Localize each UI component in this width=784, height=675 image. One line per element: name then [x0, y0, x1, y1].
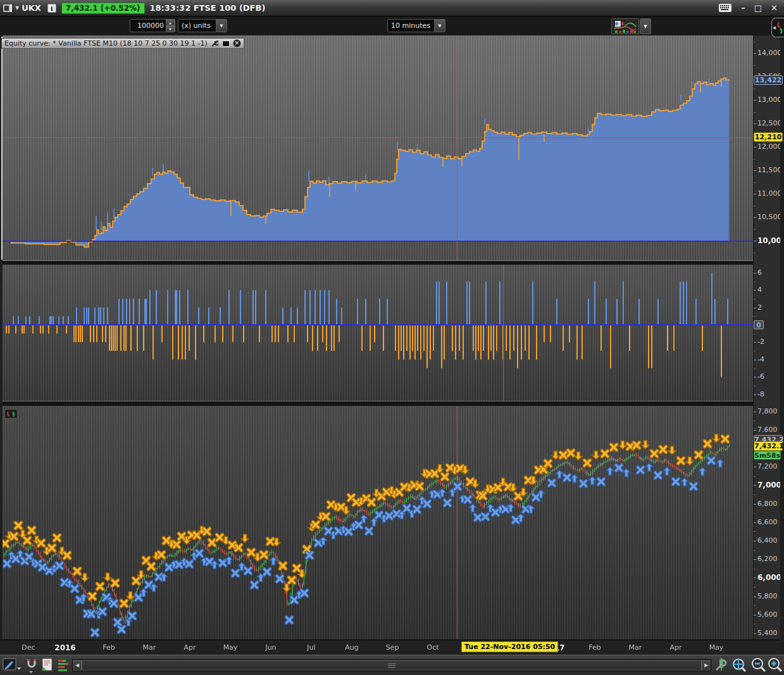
settings-wrench-icon[interactable]	[211, 39, 219, 47]
window-title: 18:33:32 FTSE 100 (DFB)	[150, 3, 266, 13]
y-axis-tick	[754, 522, 756, 523]
price-axis[interactable]: 14,00013,50013,00012,50012,00011,50011,0…	[753, 35, 780, 640]
scroll-left-button[interactable]: ◀	[73, 660, 82, 671]
y-axis-tick	[754, 100, 756, 101]
y-axis-minor-tick	[754, 624, 756, 624]
side-tab-caret: ◀	[773, 25, 776, 30]
y-axis-minor-tick	[754, 229, 756, 230]
y-tick-label: 6	[757, 269, 762, 277]
y-axis-tick	[754, 147, 756, 148]
y-axis-tick	[754, 430, 756, 431]
timeframe-select[interactable]: 10 minutes ▼	[387, 19, 445, 32]
time-axis-month-label: Jun	[253, 643, 289, 652]
timeframe-value: 10 minutes	[388, 22, 434, 30]
y-axis-minor-tick	[754, 42, 756, 42]
y-axis-minor-tick	[754, 550, 756, 551]
y-tick-label: -4	[757, 356, 764, 363]
y-tick-label: 7,000	[757, 481, 781, 489]
y-tick-label: 14,000	[757, 49, 782, 57]
side-panel-tab[interactable]: ◀	[771, 18, 784, 37]
y-axis-tick	[754, 342, 756, 343]
cursor-date-label: Tue 22-Nov-2016 05:50	[461, 641, 558, 652]
y-axis-tick	[754, 596, 756, 597]
y-tick-label: 10,500	[757, 213, 782, 221]
y-tick-label: 2	[757, 304, 762, 312]
magnet-mode-button[interactable]	[24, 657, 39, 675]
trade-histogram-panel[interactable]	[3, 265, 753, 401]
y-tick-label: 6,400	[757, 537, 778, 545]
equity-curve-chart[interactable]	[3, 36, 753, 261]
y-tick-label: 6,000	[757, 574, 781, 581]
close-button[interactable]: ✕	[771, 3, 778, 13]
y-axis-minor-tick	[754, 206, 756, 206]
y-axis-tick	[754, 541, 756, 541]
y-axis-minor-tick	[754, 420, 756, 421]
quantity-value[interactable]: 100000	[130, 22, 166, 30]
zoom-out-button[interactable]	[750, 657, 767, 675]
y-axis-minor-tick	[754, 386, 756, 386]
y-axis-minor-tick	[754, 605, 756, 606]
units-caret[interactable]: ▼	[216, 20, 227, 32]
panel-separator[interactable]	[0, 260, 753, 265]
notes-button[interactable]	[40, 657, 54, 675]
zoom-in-button[interactable]	[767, 657, 783, 675]
scrollbar-thumb[interactable]	[82, 660, 702, 671]
collapse-icon[interactable]	[222, 41, 230, 47]
info-icon[interactable]: i	[47, 4, 56, 13]
time-scrollbar[interactable]: ◀ ▶	[72, 659, 711, 671]
y-axis-tick	[754, 394, 756, 395]
time-axis-month-label: Dec	[11, 643, 46, 652]
time-axis-month-label: Apr	[172, 643, 208, 652]
price-panel[interactable]	[3, 406, 753, 640]
y-tick-label: 7,600	[757, 426, 778, 434]
time-axis[interactable]: Tue 22-Nov-2016 05:50 Dec2016FebMarAprMa…	[0, 640, 780, 655]
app-icon	[3, 4, 13, 13]
trade-arrows-icon[interactable]	[4, 409, 18, 419]
time-axis-month-label: Feb	[577, 643, 613, 652]
y-axis-tick	[754, 577, 756, 578]
maximize-button[interactable]: □	[754, 3, 762, 13]
indicator-dropdown-caret[interactable]: ▼	[640, 18, 651, 34]
y-axis-tick	[754, 241, 756, 241]
y-tick-label: 13,000	[757, 96, 782, 104]
y-axis-tick	[754, 217, 756, 218]
instrument-dropdown-caret[interactable]: ▼	[15, 5, 19, 11]
time-axis-month-label: Mar	[618, 643, 653, 652]
chart-settings-button[interactable]	[714, 657, 729, 675]
price-last-badge: 7,432.1	[754, 441, 783, 451]
units-select[interactable]: (x) units ▼	[178, 19, 227, 32]
time-axis-year-label: 2016	[47, 643, 83, 652]
quote-badge: 7,432.1 (+0.52%)	[61, 3, 145, 14]
indicator-button[interactable]	[611, 18, 639, 34]
y-axis-minor-tick	[754, 282, 756, 282]
close-panel-icon[interactable]: ✕	[233, 39, 241, 47]
y-axis-minor-tick	[754, 299, 756, 300]
y-tick-label: -2	[757, 338, 764, 346]
time-axis-month-label: Oct	[415, 643, 451, 652]
y-tick-label: 6,200	[757, 555, 778, 563]
equity-curve-panel[interactable]	[3, 35, 753, 260]
scroll-right-button[interactable]: ▶	[702, 660, 711, 671]
y-axis-minor-tick	[754, 476, 756, 477]
zoom-fit-button[interactable]	[730, 657, 748, 675]
y-axis-tick	[754, 412, 756, 412]
keyboard-icon[interactable]	[718, 3, 732, 13]
draw-tools-button[interactable]	[3, 657, 22, 675]
y-axis-minor-tick	[754, 369, 756, 369]
y-axis-minor-tick	[754, 569, 756, 569]
window-right-frame	[780, 16, 784, 675]
trade-histogram-chart[interactable]	[3, 265, 753, 401]
y-tick-label: 5,600	[757, 611, 778, 619]
y-axis-minor-tick	[754, 89, 756, 89]
quantity-spin-buttons[interactable]: ▲ ▼	[166, 20, 175, 32]
quantity-stepper[interactable]: 100000 ▲ ▼	[130, 19, 175, 32]
volume-bars-button[interactable]	[57, 657, 72, 675]
price-chart[interactable]	[3, 406, 753, 640]
y-tick-label: 7,800	[757, 408, 778, 415]
panel-separator[interactable]	[0, 401, 753, 406]
timeframe-caret[interactable]: ▼	[434, 20, 445, 32]
y-tick-label: 5,800	[757, 593, 778, 600]
minimize-button[interactable]: –	[741, 3, 745, 13]
y-axis-tick	[754, 377, 756, 377]
equity-panel-header: Equity curve: * Vanilla FTSE M10 (18 10 …	[1, 38, 244, 49]
